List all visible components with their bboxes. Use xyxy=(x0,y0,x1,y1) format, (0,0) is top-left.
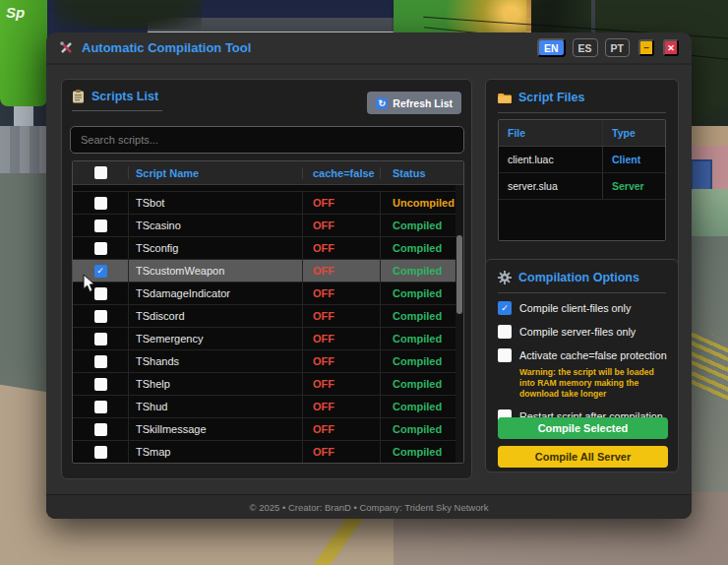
checkbox[interactable] xyxy=(94,333,107,345)
select-all-checkbox[interactable] xyxy=(94,166,107,179)
script-name: TScustomWeapon xyxy=(129,260,303,282)
script-row-TSkillmessage[interactable]: TSkillmessageOFFCompiled xyxy=(73,418,455,441)
checkbox-cell xyxy=(73,396,129,417)
file-type: Client xyxy=(603,154,665,165)
scrollbar-thumb[interactable] xyxy=(456,235,462,314)
window-title: Automatic Compilation Tool xyxy=(82,40,251,55)
green-sign: Sp xyxy=(0,0,47,106)
checkbox-cell xyxy=(73,305,129,327)
script-row-TShud[interactable]: TShudOFFCompiled xyxy=(73,396,455,418)
checkbox[interactable] xyxy=(94,197,107,210)
status-value: Compiled xyxy=(381,373,455,395)
checkbox[interactable] xyxy=(94,355,107,368)
automatic-compilation-tool-window: Automatic Compilation Tool EN ES PT – ✕ … xyxy=(46,32,692,519)
script-name: TShands xyxy=(129,350,303,372)
refresh-list-button[interactable]: ↻ Refresh List xyxy=(367,92,461,114)
compilation-options-title: Compilation Options xyxy=(518,271,639,284)
status-value: Compiled xyxy=(381,237,455,259)
clipboard-icon xyxy=(72,90,85,103)
titlebar: Automatic Compilation Tool EN ES PT – ✕ xyxy=(46,32,692,65)
script-files-heading: Script Files xyxy=(498,91,666,113)
checkbox[interactable] xyxy=(94,401,107,413)
mouse-cursor xyxy=(83,274,96,293)
option-1[interactable]: Compile server-files only xyxy=(498,325,668,339)
language-button-es[interactable]: ES xyxy=(573,38,598,57)
script-name: TSbot xyxy=(129,192,303,214)
cache-warning-text: Warning: the script will be loaded into … xyxy=(519,367,668,401)
script-row-TScustomWeapon[interactable]: ✓TScustomWeaponOFFCompiled xyxy=(73,260,455,282)
script-row-TSdiscord[interactable]: TSdiscordOFFCompiled xyxy=(73,305,455,328)
screen: Sp Automatic Compilation Tool EN ES PT –… xyxy=(0,0,728,565)
scripts-list-title: Scripts List xyxy=(91,90,158,103)
status-value: Compiled xyxy=(381,215,455,236)
script-row-partial[interactable]: OFFCompiled xyxy=(73,185,455,192)
options-list: ✓Compile client-files onlyCompile server… xyxy=(498,301,668,433)
checkbox-cell xyxy=(73,215,129,236)
checkbox[interactable] xyxy=(94,423,107,436)
cache-value: OFF xyxy=(303,418,381,440)
checkbox[interactable] xyxy=(94,378,107,391)
checkbox-cell xyxy=(73,350,129,372)
file-row-server.slua[interactable]: server.sluaServer xyxy=(499,173,665,200)
compile-selected-button[interactable]: Compile Selected xyxy=(498,417,668,439)
script-row-TShands[interactable]: TShandsOFFCompiled xyxy=(73,350,455,373)
scrollbar-track[interactable] xyxy=(455,185,463,464)
option-2[interactable]: Activate cache=false protection xyxy=(498,348,668,362)
scripts-table-header: Script Name cache=false Status xyxy=(73,161,463,185)
file-name: client.luac xyxy=(499,147,603,172)
checkbox-cell xyxy=(73,441,129,463)
column-status: Status xyxy=(381,167,463,179)
status-value: Compiled xyxy=(381,305,455,327)
status-value: Compiled xyxy=(381,418,455,440)
footer: © 2025 • Creator: BranD • Company: Tride… xyxy=(46,494,692,519)
cache-value: OFF xyxy=(303,441,381,463)
close-button[interactable]: ✕ xyxy=(663,39,679,56)
option-label: Activate cache=false protection xyxy=(519,349,667,361)
minimize-button[interactable]: – xyxy=(638,39,654,56)
script-name: TSdamageIndicator xyxy=(129,282,303,304)
checkbox-cell xyxy=(73,237,129,259)
compile-all-server-button[interactable]: Compile All Server xyxy=(498,446,668,468)
checkbox[interactable] xyxy=(94,220,107,232)
tools-icon xyxy=(59,40,74,55)
trees xyxy=(54,0,202,30)
sign-text: Sp xyxy=(6,4,25,21)
script-row-TSconfig[interactable]: TSconfigOFFCompiled xyxy=(73,237,455,260)
status-value: Compiled xyxy=(381,396,455,417)
checkbox-checked[interactable]: ✓ xyxy=(498,301,512,315)
script-files-table-header: File Type xyxy=(499,120,665,147)
file-type: Server xyxy=(603,180,665,192)
status-value: Compiled xyxy=(381,282,455,304)
language-button-en[interactable]: EN xyxy=(537,38,566,57)
script-row-TSbot[interactable]: TSbotOFFUncompiled xyxy=(73,192,455,215)
search-input[interactable] xyxy=(70,126,464,154)
column-file: File xyxy=(499,120,603,146)
script-name: TSdiscord xyxy=(129,305,303,327)
checkbox[interactable] xyxy=(94,242,107,255)
checkbox[interactable] xyxy=(498,348,512,362)
script-row-TSmap[interactable]: TSmapOFFCompiled xyxy=(73,441,455,464)
checkbox[interactable] xyxy=(94,310,107,323)
language-button-pt[interactable]: PT xyxy=(605,38,630,57)
checkbox[interactable] xyxy=(94,446,107,459)
cache-value: OFF xyxy=(303,350,381,372)
footer-text: © 2025 • Creator: BranD • Company: Tride… xyxy=(250,502,489,513)
option-0[interactable]: ✓Compile client-files only xyxy=(498,301,668,315)
file-row-client.luac[interactable]: client.luacClient xyxy=(499,147,665,173)
compilation-options-panel: Compilation Options ✓Compile client-file… xyxy=(485,259,679,472)
script-name: TSconfig xyxy=(129,237,303,259)
script-row-TSemergency[interactable]: TSemergencyOFFCompiled xyxy=(73,328,455,350)
column-type: Type xyxy=(603,127,665,139)
script-row-TSdamageIndicator[interactable]: TSdamageIndicatorOFFCompiled xyxy=(73,282,455,305)
status-value: Compiled xyxy=(381,441,455,463)
checkbox[interactable] xyxy=(498,325,512,339)
cache-value: OFF xyxy=(303,373,381,395)
script-files-panel: Script Files File Type client.luacClient… xyxy=(485,79,679,277)
compilation-options-heading: Compilation Options xyxy=(498,271,666,293)
cache-value: OFF xyxy=(303,396,381,417)
script-row-TShelp[interactable]: TShelpOFFCompiled xyxy=(73,373,455,396)
script-name: TShud xyxy=(129,396,303,417)
script-name: TSemergency xyxy=(129,328,303,349)
script-row-TScasino[interactable]: TScasinoOFFCompiled xyxy=(73,215,455,237)
scripts-list-panel: Scripts List ↻ Refresh List Script Name … xyxy=(61,79,472,479)
